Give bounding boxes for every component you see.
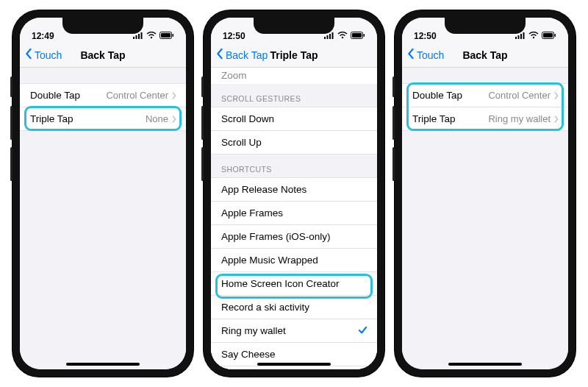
notch <box>445 18 526 34</box>
row-double-tap[interactable]: Double Tap Control Center <box>402 84 568 107</box>
svg-rect-8 <box>324 37 326 39</box>
svg-point-12 <box>342 37 343 38</box>
svg-rect-0 <box>133 37 135 39</box>
screen: 12:49 Touch Back Tap Double Tap <box>20 18 186 369</box>
row-label: Double Tap <box>412 90 462 101</box>
status-indicators <box>515 31 556 41</box>
chevron-right-icon <box>553 91 559 100</box>
back-button[interactable]: Back Tap <box>211 48 268 62</box>
svg-rect-23 <box>555 34 556 37</box>
content[interactable]: Zoom SCROLL GESTURES Scroll Down Scroll … <box>211 68 377 369</box>
chevron-right-icon <box>171 115 177 124</box>
status-time: 12:50 <box>414 31 437 41</box>
row-value: Control Center <box>488 90 551 101</box>
row-label: Say Cheese <box>221 349 276 360</box>
svg-rect-3 <box>141 32 143 39</box>
row-value: Control Center <box>106 90 168 101</box>
row-label: Apple Frames (iOS-only) <box>221 231 331 242</box>
list-item[interactable]: Scroll Down <box>211 107 377 131</box>
svg-point-4 <box>151 37 152 38</box>
svg-rect-1 <box>136 35 137 39</box>
row-label: Scroll Down <box>221 113 274 124</box>
back-label: Back Tap <box>226 49 268 61</box>
back-label: Touch <box>35 49 62 61</box>
list-item[interactable]: Apple Music Wrapped <box>211 249 377 272</box>
svg-rect-14 <box>352 33 362 38</box>
content: Double Tap Control Center Triple Tap Non… <box>20 68 186 369</box>
svg-rect-2 <box>138 34 140 39</box>
svg-rect-19 <box>523 32 525 39</box>
row-triple-tap[interactable]: Triple Tap None <box>20 107 186 131</box>
svg-rect-6 <box>161 33 171 38</box>
home-indicator[interactable] <box>257 363 331 366</box>
content: Double Tap Control Center Triple Tap Rin… <box>402 68 568 369</box>
row-label: App Release Notes <box>221 184 306 195</box>
status-time: 12:49 <box>32 31 54 41</box>
list-item[interactable]: Apple Frames <box>211 202 377 225</box>
phone-frame: 12:49 Touch Back Tap Double Tap <box>12 10 193 377</box>
svg-rect-9 <box>327 35 329 39</box>
svg-rect-10 <box>329 34 331 39</box>
nav-bar: Touch Back Tap <box>402 43 568 68</box>
list-item[interactable]: App Release Notes <box>211 178 377 202</box>
chevron-left-icon <box>215 48 226 62</box>
home-indicator[interactable] <box>448 363 522 366</box>
phone-frame: 12:50 Touch Back Tap Double Tap <box>395 10 576 377</box>
row-label: Apple Music Wrapped <box>221 255 318 266</box>
row-label: Record a ski activity <box>221 302 309 313</box>
section-header-scroll: SCROLL GESTURES <box>211 84 377 107</box>
notch <box>254 18 334 34</box>
chevron-right-icon <box>171 91 177 100</box>
section-header-shortcuts: SHORTCUTS <box>211 155 377 178</box>
list-item-cut[interactable]: Zoom <box>211 68 377 84</box>
svg-rect-18 <box>520 34 522 39</box>
svg-rect-17 <box>518 35 520 39</box>
list-item[interactable]: Stop ringing my wallet <box>211 366 377 369</box>
battery-icon <box>542 31 556 41</box>
row-label: Ring my wallet <box>221 325 286 336</box>
row-label: Apple Frames <box>221 207 283 219</box>
back-label: Touch <box>417 49 444 61</box>
svg-rect-7 <box>173 34 174 37</box>
list-item[interactable]: Scroll Up <box>211 131 377 155</box>
home-indicator[interactable] <box>66 363 140 366</box>
notch <box>62 18 143 34</box>
battery-icon <box>351 31 365 41</box>
svg-rect-15 <box>364 34 365 37</box>
row-label: Zoom <box>221 70 247 81</box>
svg-point-20 <box>533 37 534 38</box>
status-indicators <box>324 31 365 41</box>
row-label: Home Screen Icon Creator <box>221 278 340 289</box>
back-button[interactable]: Touch <box>402 48 444 62</box>
list-item[interactable]: Home Screen Icon Creator <box>211 272 377 296</box>
chevron-left-icon <box>24 48 35 62</box>
row-triple-tap[interactable]: Triple Tap Ring my wallet <box>402 107 568 131</box>
row-double-tap[interactable]: Double Tap Control Center <box>20 84 186 107</box>
row-label: Scroll Up <box>221 137 262 148</box>
row-label: Triple Tap <box>412 113 456 124</box>
row-value: None <box>146 113 168 124</box>
chevron-right-icon <box>553 115 559 124</box>
list-item-selected[interactable]: Ring my wallet <box>211 319 377 343</box>
back-button[interactable]: Touch <box>20 48 62 62</box>
status-indicators <box>133 31 174 41</box>
row-label: Triple Tap <box>30 113 74 124</box>
battery-icon <box>159 31 174 41</box>
chevron-left-icon <box>406 48 417 62</box>
phone-frame: 12:50 Back Tap Triple Tap Zoom SCROLL GE… <box>204 10 384 377</box>
svg-rect-16 <box>515 37 517 39</box>
screen: 12:50 Touch Back Tap Double Tap <box>402 18 568 369</box>
list-item[interactable]: Record a ski activity <box>211 296 377 319</box>
list-item[interactable]: Apple Frames (iOS-only) <box>211 225 377 249</box>
wifi-icon <box>528 31 539 41</box>
checkmark-icon <box>357 324 368 338</box>
nav-bar: Touch Back Tap <box>20 43 186 68</box>
row-value: Ring my wallet <box>488 113 551 124</box>
svg-rect-11 <box>332 32 334 39</box>
svg-rect-22 <box>543 33 553 38</box>
wifi-icon <box>146 31 157 41</box>
nav-bar: Back Tap Triple Tap <box>211 43 377 68</box>
row-label: Double Tap <box>30 90 80 101</box>
wifi-icon <box>337 31 348 41</box>
status-time: 12:50 <box>223 31 245 41</box>
